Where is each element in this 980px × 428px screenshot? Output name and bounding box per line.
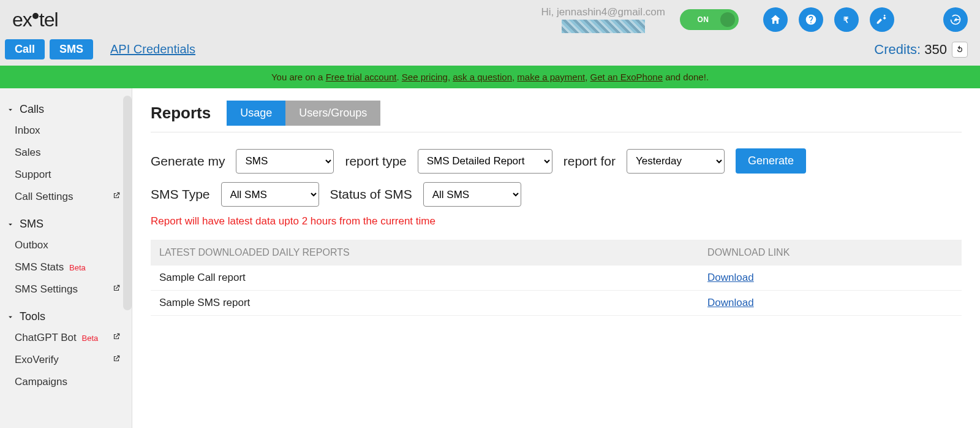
help-button[interactable]	[799, 7, 823, 32]
external-link-icon	[112, 354, 121, 366]
label-report-type: report type	[345, 154, 406, 169]
top-bar: extel Hi, jennashin4@gmail.com ON ₹	[0, 0, 980, 37]
external-link-icon	[112, 283, 121, 296]
call-button[interactable]: Call	[5, 39, 45, 59]
ask-question-link[interactable]: ask a question	[453, 72, 512, 82]
logo-text-right: tel	[39, 9, 58, 31]
scrollbar[interactable]	[123, 96, 132, 310]
free-trial-link[interactable]: Free trial account	[326, 72, 397, 82]
tools-button[interactable]	[870, 7, 894, 32]
banner-suffix: and done!.	[663, 72, 709, 82]
credits-value: 350	[924, 42, 947, 57]
home-icon	[769, 13, 782, 26]
sidebar-item-sales[interactable]: Sales	[0, 142, 132, 164]
label-status-of-sms: Status of SMS	[330, 187, 412, 202]
label-report-for: report for	[564, 154, 616, 169]
sub-bar: Call SMS API Credentials Credits: 350	[0, 37, 980, 66]
tab-users-groups[interactable]: Users/Groups	[285, 101, 380, 126]
col-download-link: DOWNLOAD LINK	[699, 240, 962, 266]
billing-button[interactable]: ₹	[834, 7, 859, 32]
logo-text-left: ex	[12, 9, 32, 31]
logo-dot-icon	[32, 13, 39, 19]
sidebar-item-label: Outbox	[15, 239, 48, 251]
tab-usage[interactable]: Usage	[227, 101, 285, 126]
main-content: Reports Usage Users/Groups Generate my S…	[132, 88, 980, 428]
sidebar-item-label: Support	[15, 169, 51, 181]
home-button[interactable]	[763, 7, 788, 32]
external-link-icon	[112, 191, 121, 203]
availability-toggle[interactable]: ON	[680, 9, 739, 30]
select-sms-status[interactable]: All SMS	[423, 182, 521, 207]
user-block: Hi, jennashin4@gmail.com	[541, 6, 665, 33]
sidebar: CallsInboxSalesSupportCall SettingsSMSOu…	[0, 88, 132, 428]
see-pricing-link[interactable]: See pricing	[402, 72, 448, 82]
report-name-cell: Sample Call report	[151, 266, 699, 291]
sidebar-item-inbox[interactable]: Inbox	[0, 120, 132, 142]
sidebar-group-title: Calls	[20, 103, 44, 116]
report-note: Report will have latest data upto 2 hour…	[151, 215, 962, 227]
label-generate-my: Generate my	[151, 154, 225, 169]
sidebar-item-campaigns[interactable]: Campaigns	[0, 371, 132, 393]
sidebar-group-title: Tools	[20, 310, 45, 323]
make-payment-link[interactable]: make a payment	[517, 72, 585, 82]
logo[interactable]: extel	[12, 9, 58, 31]
beta-badge: Beta	[82, 334, 99, 343]
sidebar-item-label: Campaigns	[15, 376, 67, 388]
sidebar-item-exoverify[interactable]: ExoVerify	[0, 349, 132, 371]
page-title: Reports	[151, 104, 211, 123]
user-credit-image	[562, 20, 645, 33]
download-link[interactable]: Download	[707, 297, 754, 308]
select-sms-type[interactable]: All SMS	[221, 182, 319, 207]
sidebar-item-label: SMS Stats Beta	[15, 261, 86, 273]
banner-sep: ,	[448, 72, 453, 82]
table-row: Sample SMS reportDownload	[151, 291, 962, 316]
svg-text:₹: ₹	[843, 15, 849, 25]
wrench-icon	[876, 13, 888, 26]
sidebar-item-label: Inbox	[15, 124, 40, 137]
generate-button[interactable]: Generate	[736, 148, 806, 174]
download-link[interactable]: Download	[707, 272, 754, 283]
sidebar-item-support[interactable]: Support	[0, 164, 132, 186]
get-exophone-link[interactable]: Get an ExoPhone	[590, 72, 663, 82]
select-channel[interactable]: SMS	[236, 149, 334, 174]
reports-table: LATEST DOWNLOADED DAILY REPORTS DOWNLOAD…	[151, 240, 962, 316]
chevron-down-icon	[6, 220, 15, 229]
chevron-down-icon	[6, 105, 15, 114]
sidebar-item-sms-stats[interactable]: SMS Stats Beta	[0, 256, 132, 278]
page-header: Reports Usage Users/Groups	[151, 101, 962, 132]
report-form-row-1: Generate my SMS report type SMS Detailed…	[151, 148, 962, 174]
sidebar-item-label: Call Settings	[15, 191, 73, 203]
sidebar-group-calls[interactable]: Calls	[0, 99, 132, 120]
credits-label: Credits: 350	[874, 42, 947, 58]
chevron-down-icon	[6, 313, 15, 321]
sms-button[interactable]: SMS	[50, 39, 93, 59]
sidebar-item-sms-settings[interactable]: SMS Settings	[0, 278, 132, 300]
sidebar-group-sms[interactable]: SMS	[0, 214, 132, 234]
user-greeting: Hi, jennashin4@gmail.com	[541, 6, 665, 18]
sidebar-item-chatgpt-bot[interactable]: ChatGPT Bot Beta	[0, 327, 132, 349]
sidebar-item-label: SMS Settings	[15, 283, 78, 296]
banner-prefix: You are on a	[271, 72, 326, 82]
report-name-cell: Sample SMS report	[151, 291, 699, 316]
sidebar-item-label: ExoVerify	[15, 354, 59, 366]
sidebar-group-tools[interactable]: Tools	[0, 307, 132, 327]
banner-sep: ,	[585, 72, 590, 82]
sidebar-group-title: SMS	[20, 218, 43, 231]
sidebar-item-outbox[interactable]: Outbox	[0, 234, 132, 256]
select-report-type[interactable]: SMS Detailed Report	[418, 149, 552, 174]
col-report-name: LATEST DOWNLOADED DAILY REPORTS	[151, 240, 699, 266]
api-credentials-link[interactable]: API Credentials	[110, 42, 195, 56]
refresh-credits-button[interactable]	[952, 42, 968, 58]
report-form-row-2: SMS Type All SMS Status of SMS All SMS	[151, 182, 962, 207]
trial-banner: You are on a Free trial account. See pri…	[0, 66, 980, 88]
logout-button[interactable]	[943, 7, 968, 32]
sidebar-item-call-settings[interactable]: Call Settings	[0, 186, 132, 208]
sidebar-item-label: Sales	[15, 147, 41, 159]
beta-badge: Beta	[69, 263, 86, 272]
banner-sep: .	[397, 72, 402, 82]
label-sms-type: SMS Type	[151, 187, 210, 202]
toggle-label: ON	[698, 15, 709, 24]
select-report-for[interactable]: Yesterday	[627, 149, 725, 174]
table-row: Sample Call reportDownload	[151, 266, 962, 291]
question-icon	[805, 13, 817, 26]
